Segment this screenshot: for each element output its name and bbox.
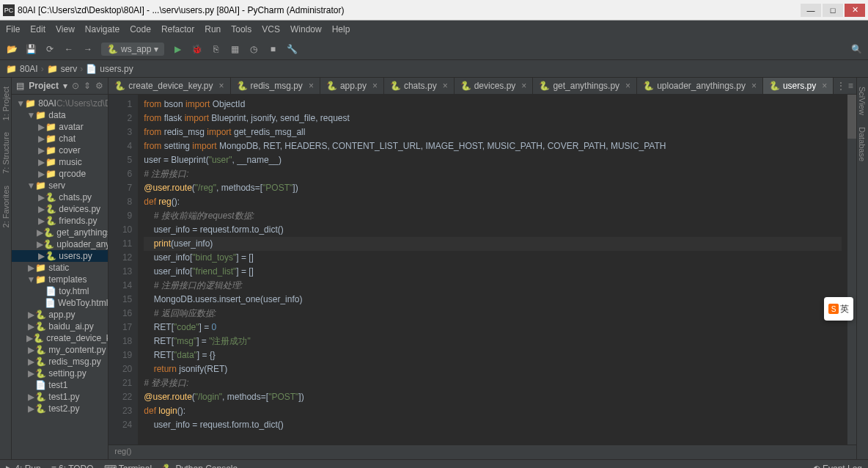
back-icon[interactable]: ← [63,43,75,55]
bottom-tool-bar: ▶ 4: Run ≡ 6: TODO ⌨ Terminal 🐍 Python C… [0,459,868,468]
terminal-tool-button[interactable]: ⌨ Terminal [104,464,152,469]
editor-tab[interactable]: 🐍users.py× [763,78,834,94]
project-title: Project [29,81,59,91]
editor-tab[interactable]: 🐍devices.py× [455,78,534,94]
maximize-button[interactable]: □ [823,4,843,17]
run-config-selector[interactable]: 🐍 ws_app ▾ [101,43,164,56]
tool-tab-structure[interactable]: 7: Structure [1,132,10,174]
scrollbar[interactable] [847,95,856,445]
attach-icon[interactable]: ⎘ [210,43,221,55]
breadcrumb-item[interactable]: 📁80AI [6,64,38,74]
gear-icon[interactable]: ⚙ [95,81,103,91]
refresh-icon[interactable]: ⟳ [44,43,56,55]
tree-item[interactable]: ▶📁avatar [12,121,108,133]
menu-file[interactable]: File [6,24,20,34]
title-bar: PC 80AI [C:\Users\zd\Desktop\80AI] - ...… [0,0,868,21]
tree-item[interactable]: ▶🐍chats.py [12,191,108,203]
close-icon[interactable]: × [751,81,757,91]
close-icon[interactable]: × [309,81,314,91]
editor-tab[interactable]: 🐍app.py× [320,78,384,94]
tree-item[interactable]: ▶📁music [12,156,108,168]
python-console-button[interactable]: 🐍 Python Console [162,464,238,469]
todo-tool-button[interactable]: ≡ 6: TODO [51,464,94,469]
editor-tab[interactable]: 🐍uploader_anythings.py× [637,78,763,94]
tool-tab-project[interactable]: 1: Project [1,87,10,120]
tree-item[interactable]: ▶🐍friends.py [12,215,108,227]
search-icon[interactable]: 🔍 [850,43,862,55]
chevron-down-icon[interactable]: ▾ [63,81,67,91]
run-button[interactable]: ▶ [172,43,183,55]
breadcrumb-item[interactable]: › 📁serv [41,64,78,74]
coverage-icon[interactable]: ▦ [229,43,240,55]
tree-item[interactable]: ▼📁templates [12,274,108,285]
close-button[interactable]: ✕ [845,4,865,17]
close-icon[interactable]: × [443,81,448,91]
tree-item[interactable]: ▶🐍redis_msg.py [12,356,108,368]
close-icon[interactable]: × [822,81,827,91]
project-tree[interactable]: ▼📁80AI C:\Users\zd\Desktop\8▼📁data▶📁avat… [12,95,108,417]
menu-tools[interactable]: Tools [231,24,251,34]
tree-item[interactable]: ▶📁chat [12,133,108,145]
forward-icon[interactable]: → [82,43,94,55]
tree-item[interactable]: ▶📁cover [12,145,108,156]
tree-item[interactable]: ▶🐍get_anythings.py [12,227,108,238]
profile-icon[interactable]: ◷ [248,43,260,55]
tree-item[interactable]: 📄WebToy.html [12,297,108,309]
code-editor[interactable]: from bson import ObjectIdfrom flask impo… [138,95,847,445]
tree-item[interactable]: ▶🐍test2.py [12,403,108,414]
open-icon[interactable]: 📂 [6,43,18,55]
editor-tab[interactable]: 🐍chats.py× [384,78,455,94]
tree-item[interactable]: ▶🐍my_content.py [12,344,108,356]
tree-item[interactable]: 📄toy.html [12,285,108,297]
menu-vcs[interactable]: VCS [262,24,280,34]
menu-refactor[interactable]: Refactor [161,24,194,34]
menu-help[interactable]: Help [332,24,350,34]
debug-button[interactable]: 🐞 [191,43,202,55]
editor-tab[interactable]: 🐍redis_msg.py× [231,78,320,94]
code-breadcrumb[interactable]: reg() [108,445,856,459]
tree-item[interactable]: ▶🐍test1.py [12,391,108,403]
tree-item[interactable]: ▶📁static [12,262,108,274]
menu-window[interactable]: Window [290,24,322,34]
menu-run[interactable]: Run [205,24,221,34]
menu-view[interactable]: View [56,24,75,34]
tree-item[interactable]: ▼📁serv [12,180,108,191]
tree-item[interactable]: 📄test1 [12,379,108,391]
tree-item[interactable]: ▶🐍setting.py [12,368,108,379]
tree-item[interactable]: ▶🐍baidu_ai.py [12,321,108,332]
python-icon: 🐍 [107,44,118,54]
tree-item[interactable]: ▶📁qrcode [12,168,108,180]
menu-navigate[interactable]: Navigate [85,24,119,34]
editor-tab[interactable]: 🐍get_anythings.py× [533,78,637,94]
close-icon[interactable]: × [625,81,630,91]
tool-tab-favorites[interactable]: 2: Favorites [1,186,10,227]
tab-actions-icon[interactable]: ⋮ [836,81,845,91]
tree-item[interactable]: ▼📁80AI C:\Users\zd\Desktop\8 [12,98,108,109]
menu-code[interactable]: Code [130,24,151,34]
tree-item[interactable]: ▶🐍create_device_key.py [12,332,108,344]
run-tool-button[interactable]: ▶ 4: Run [6,464,41,469]
tree-item[interactable]: ▶🐍devices.py [12,203,108,215]
tab-list-icon[interactable]: ≡ [848,81,853,91]
close-icon[interactable]: × [521,81,526,91]
target-icon[interactable]: ⊙ [72,81,79,91]
minimize-button[interactable]: — [801,4,821,17]
collapse-icon[interactable]: ⇕ [84,81,91,91]
menu-edit[interactable]: Edit [30,24,45,34]
tools-icon[interactable]: 🔧 [286,43,298,55]
tree-item[interactable]: ▶🐍uploader_anythings.py [12,238,108,250]
tree-item[interactable]: ▼📁data [12,109,108,121]
ime-indicator[interactable]: S 英 [824,297,853,321]
event-log-button[interactable]: ◐ Event Log [813,464,862,469]
tool-tab-database[interactable]: Database [858,127,867,161]
tree-item[interactable]: ▶🐍users.py [12,250,108,262]
ime-logo-icon: S [828,304,839,314]
stop-button[interactable]: ■ [267,43,279,55]
tree-item[interactable]: ▶🐍app.py [12,309,108,321]
tool-tab-sciview[interactable]: SciView [858,87,867,115]
editor-tab[interactable]: 🐍create_device_key.py× [108,78,230,94]
close-icon[interactable]: × [372,81,378,91]
save-icon[interactable]: 💾 [25,43,37,55]
breadcrumb-item[interactable]: › 📄users.py [80,64,133,74]
close-icon[interactable]: × [218,81,224,91]
